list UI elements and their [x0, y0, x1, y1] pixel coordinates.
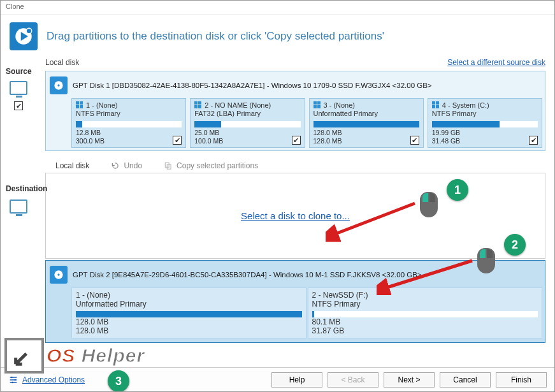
dest-side-icons [10, 200, 27, 214]
source-partition[interactable]: 4 - System (C:) NTFS Primary 19.99 GB31.… [428, 98, 542, 148]
monitor-icon [10, 81, 27, 95]
mouse-icon [477, 248, 495, 273]
svg-rect-13 [317, 101, 321, 105]
partition-sizes: 128.0 MB128.0 MB [76, 317, 302, 335]
partition-sizes: 128.0 MB128.0 MB [314, 129, 342, 145]
svg-line-28 [383, 261, 472, 289]
source-partition[interactable]: 1 - (None) NTFS Primary 12.8 MB300.0 MB … [71, 98, 186, 148]
svg-rect-8 [194, 101, 198, 105]
svg-rect-16 [432, 101, 435, 105]
destination-drop-area[interactable]: Select a disk to clone to... [45, 173, 545, 259]
disk-icon [50, 76, 68, 94]
monitor-icon [10, 200, 27, 214]
source-partition[interactable]: 3 - (None) Unformatted Primary 128.0 MB1… [309, 98, 424, 148]
annotation-badge-2: 2 [504, 234, 526, 256]
header-instruction: Drag partitions to the destination disk … [47, 30, 384, 43]
annotation-badge-1: 1 [447, 179, 468, 201]
partition-type: NTFS Primary [76, 110, 182, 117]
partition-head: 2 - NO NAME (None) [205, 101, 271, 109]
copy-selected-action[interactable]: Copy selected partitions [164, 161, 258, 170]
destination-local-label: Local disk [55, 161, 89, 170]
help-button[interactable]: Help [271, 372, 322, 388]
destination-disk-title: GPT Disk 2 [9E845A7E-29D6-4601-BC50-CA33… [73, 271, 422, 279]
partition-type: NTFS Primary [312, 300, 538, 309]
source-label: Source [6, 67, 32, 76]
svg-rect-6 [76, 105, 79, 108]
arrow-icon [326, 198, 421, 243]
partition-head: 1 - (None) [76, 291, 302, 300]
select-different-source-link[interactable]: Select a different source disk [447, 58, 545, 67]
svg-point-1 [26, 28, 32, 34]
usage-bar [312, 311, 538, 317]
svg-rect-18 [432, 105, 435, 108]
undo-action[interactable]: Undo [111, 161, 142, 170]
usage-bar [314, 121, 419, 127]
partition-head: 4 - System (C:) [442, 101, 489, 109]
source-local-label: Local disk [45, 58, 79, 67]
finish-button[interactable]: Finish [496, 372, 547, 388]
partition-sizes: 80.1 MB31.87 GB [312, 317, 538, 335]
destination-partition[interactable]: 2 - NewSSD (F:) NTFS Primary 80.1 MB31.8… [308, 287, 543, 338]
mouse-icon [420, 192, 438, 217]
svg-rect-15 [317, 105, 321, 108]
header: Drag partitions to the destination disk … [1, 15, 554, 54]
advanced-options-link[interactable]: Advanced Options [22, 375, 85, 384]
svg-rect-12 [314, 101, 317, 105]
arrow-icon [377, 257, 479, 295]
back-button: < Back [328, 372, 378, 388]
svg-rect-19 [436, 105, 439, 108]
source-disk-panel[interactable]: GPT Disk 1 [DBD35082-42AE-4138-80F5-1342… [45, 71, 545, 151]
svg-rect-9 [198, 101, 201, 105]
usage-bar [432, 121, 538, 127]
source-partition[interactable]: 2 - NO NAME (None) FAT32 (LBA) Primary 2… [190, 98, 305, 148]
window-title: Clone [1, 1, 554, 15]
destination-partition[interactable]: 1 - (None) Unformatted Primary 128.0 MB1… [71, 287, 306, 338]
partition-type: NTFS Primary [432, 110, 538, 117]
usage-bar [76, 311, 302, 317]
svg-rect-4 [76, 101, 79, 105]
svg-rect-7 [80, 105, 83, 108]
next-button[interactable]: Next > [384, 372, 435, 388]
svg-rect-5 [80, 101, 83, 105]
partition-head: 3 - (None) [324, 101, 356, 109]
annotation-badge-3: 3 [108, 370, 129, 392]
svg-rect-14 [314, 105, 317, 108]
partition-type: Unformatted Primary [314, 110, 419, 117]
sliders-icon [8, 375, 18, 385]
partition-checkbox[interactable]: ✔ [292, 136, 301, 145]
svg-point-25 [14, 379, 16, 381]
partition-sizes: 12.8 MB300.0 MB [76, 129, 105, 145]
partition-type: FAT32 (LBA) Primary [194, 110, 300, 117]
source-side-icons: ✔ [10, 81, 27, 110]
svg-point-26 [11, 381, 13, 383]
partition-type: Unformatted Primary [76, 300, 302, 309]
partition-head: 1 - (None) [86, 101, 118, 109]
source-disk-title: GPT Disk 1 [DBD35082-42AE-4138-80F5-1342… [73, 82, 432, 89]
watermark: OS Helper [4, 338, 145, 374]
usage-bar [194, 121, 300, 127]
svg-point-3 [57, 84, 59, 86]
svg-rect-11 [198, 105, 201, 108]
destination-label: Destination [6, 184, 47, 193]
partition-checkbox[interactable]: ✔ [529, 136, 538, 145]
partition-sizes: 19.99 GB31.48 GB [432, 129, 460, 145]
svg-point-23 [57, 274, 59, 276]
clone-icon [10, 22, 38, 50]
disk-icon [50, 266, 68, 284]
svg-point-24 [11, 376, 13, 378]
partition-sizes: 25.0 MB100.0 MB [194, 129, 223, 145]
source-disk-checkbox[interactable]: ✔ [14, 101, 23, 110]
svg-line-27 [332, 203, 415, 235]
svg-rect-10 [194, 105, 198, 108]
svg-rect-17 [436, 101, 439, 105]
partition-checkbox[interactable]: ✔ [410, 136, 419, 145]
partition-checkbox[interactable]: ✔ [173, 136, 182, 145]
cancel-button[interactable]: Cancel [440, 372, 491, 388]
usage-bar [76, 121, 182, 127]
